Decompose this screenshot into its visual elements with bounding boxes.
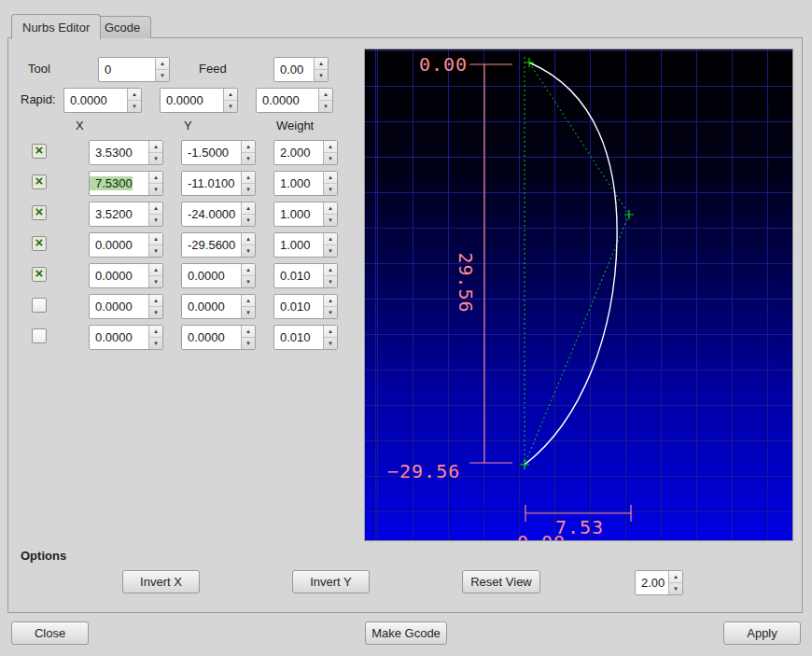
point-x-spinbox[interactable]: 3.5300▴▾	[89, 140, 163, 165]
scale-spinbox[interactable]: 2.00▴▾	[635, 570, 683, 595]
spin-steppers[interactable]: ▴▾	[323, 202, 337, 226]
spin-steppers[interactable]: ▴▾	[668, 571, 682, 594]
spin-steppers[interactable]: ▴▾	[155, 58, 169, 81]
spin-steppers[interactable]: ▴▾	[323, 233, 337, 257]
point-weight-spinbox[interactable]: 2.000▴▾	[273, 140, 338, 165]
spin-steppers[interactable]: ▴▾	[314, 58, 328, 81]
rapid-x-spinbox[interactable]: 0.0000▴▾	[63, 88, 142, 113]
point-y-spinbox[interactable]: -24.0000▴▾	[181, 202, 256, 227]
spin-steppers[interactable]: ▴▾	[323, 295, 337, 318]
invert-x-button[interactable]: Invert X	[122, 570, 200, 593]
spin-down-icon[interactable]: ▾	[242, 276, 255, 287]
point-weight-spinbox[interactable]: 1.000▴▾	[273, 232, 338, 258]
make-gcode-button[interactable]: Make Gcode	[365, 621, 447, 645]
spin-down-icon[interactable]: ▾	[149, 215, 162, 226]
spin-down-icon[interactable]: ▾	[669, 583, 682, 594]
spin-up-icon[interactable]: ▴	[242, 141, 255, 153]
spin-up-icon[interactable]: ▴	[242, 202, 255, 215]
tool-spinbox[interactable]: 0▴▾	[98, 57, 170, 82]
spin-steppers[interactable]: ▴▾	[241, 233, 255, 257]
reset-view-button[interactable]: Reset View	[462, 570, 540, 593]
spin-steppers[interactable]: ▴▾	[323, 264, 337, 287]
apply-button[interactable]: Apply	[723, 621, 801, 645]
rapid-z-spinbox[interactable]: 0.0000▴▾	[256, 88, 333, 113]
point-enable-checkbox[interactable]	[32, 144, 47, 159]
spin-steppers[interactable]: ▴▾	[148, 141, 162, 164]
spin-up-icon[interactable]: ▴	[149, 141, 162, 153]
spin-steppers[interactable]: ▴▾	[241, 264, 255, 287]
spin-down-icon[interactable]: ▾	[324, 276, 337, 287]
spin-down-icon[interactable]: ▾	[324, 245, 337, 257]
spin-down-icon[interactable]: ▾	[242, 153, 255, 164]
point-y-spinbox[interactable]: 0.0000▴▾	[181, 294, 256, 319]
spin-down-icon[interactable]: ▾	[242, 338, 255, 349]
spin-up-icon[interactable]: ▴	[242, 264, 255, 276]
point-x-spinbox[interactable]: 7.5300▴▾	[89, 171, 163, 196]
spin-steppers[interactable]: ▴▾	[148, 233, 162, 257]
point-weight-spinbox[interactable]: 0.010▴▾	[273, 263, 338, 288]
spin-steppers[interactable]: ▴▾	[323, 141, 337, 164]
spin-up-icon[interactable]: ▴	[324, 264, 337, 276]
spin-up-icon[interactable]: ▴	[319, 89, 332, 101]
point-x-spinbox[interactable]: 0.0000▴▾	[89, 325, 163, 350]
spin-up-icon[interactable]: ▴	[242, 233, 255, 245]
spin-down-icon[interactable]: ▾	[128, 101, 141, 112]
spin-up-icon[interactable]: ▴	[149, 233, 162, 245]
spin-down-icon[interactable]: ▾	[149, 245, 162, 257]
point-enable-checkbox[interactable]	[32, 236, 47, 251]
spin-up-icon[interactable]: ▴	[242, 326, 255, 338]
spin-steppers[interactable]: ▴▾	[241, 202, 255, 226]
point-enable-checkbox[interactable]	[32, 205, 47, 220]
spin-steppers[interactable]: ▴▾	[148, 202, 162, 226]
spin-up-icon[interactable]: ▴	[324, 202, 337, 215]
spin-down-icon[interactable]: ▾	[149, 307, 162, 318]
spin-up-icon[interactable]: ▴	[324, 141, 337, 153]
tab-nurbs-editor[interactable]: Nurbs Editor	[11, 14, 101, 39]
spin-up-icon[interactable]: ▴	[324, 172, 337, 184]
point-x-spinbox[interactable]: 0.0000▴▾	[89, 263, 163, 288]
point-enable-checkbox[interactable]	[32, 174, 47, 189]
spin-up-icon[interactable]: ▴	[242, 172, 255, 184]
spin-down-icon[interactable]: ▾	[156, 70, 169, 81]
spin-down-icon[interactable]: ▾	[315, 70, 328, 81]
spin-up-icon[interactable]: ▴	[324, 233, 337, 245]
spin-steppers[interactable]: ▴▾	[148, 326, 162, 349]
point-x-spinbox[interactable]: 3.5200▴▾	[89, 202, 163, 227]
point-y-spinbox[interactable]: -1.5000▴▾	[181, 140, 256, 165]
point-enable-checkbox[interactable]	[32, 267, 47, 282]
spin-down-icon[interactable]: ▾	[319, 101, 332, 112]
rapid-y-spinbox[interactable]: 0.0000▴▾	[160, 88, 238, 113]
spin-up-icon[interactable]: ▴	[156, 58, 169, 70]
feed-spinbox[interactable]: 0.00▴▾	[273, 57, 329, 82]
invert-y-button[interactable]: Invert Y	[292, 570, 370, 593]
spin-up-icon[interactable]: ▴	[149, 326, 162, 338]
spin-steppers[interactable]: ▴▾	[318, 89, 332, 112]
spin-steppers[interactable]: ▴▾	[223, 89, 237, 112]
spin-steppers[interactable]: ▴▾	[241, 295, 255, 318]
spin-down-icon[interactable]: ▾	[149, 153, 162, 164]
spin-down-icon[interactable]: ▾	[324, 215, 337, 226]
spin-up-icon[interactable]: ▴	[149, 172, 162, 184]
spin-up-icon[interactable]: ▴	[669, 571, 682, 583]
spin-down-icon[interactable]: ▾	[242, 215, 255, 226]
spin-down-icon[interactable]: ▾	[324, 153, 337, 164]
spin-down-icon[interactable]: ▾	[149, 338, 162, 349]
tab-gcode[interactable]: Gcode	[93, 16, 151, 38]
spin-up-icon[interactable]: ▴	[149, 202, 162, 215]
spin-down-icon[interactable]: ▾	[242, 184, 255, 195]
point-y-spinbox[interactable]: 0.0000▴▾	[181, 325, 256, 350]
spin-up-icon[interactable]: ▴	[324, 326, 337, 338]
point-x-spinbox[interactable]: 0.0000▴▾	[89, 294, 163, 319]
point-enable-checkbox[interactable]	[32, 298, 47, 313]
spin-steppers[interactable]: ▴▾	[241, 172, 255, 195]
spin-up-icon[interactable]: ▴	[149, 264, 162, 276]
close-button[interactable]: Close	[11, 621, 89, 645]
spin-steppers[interactable]: ▴▾	[323, 326, 337, 349]
preview-plot[interactable]: 0.00 29.56 −29.56 7.53 0.00	[364, 49, 793, 541]
spin-steppers[interactable]: ▴▾	[127, 89, 141, 112]
spin-steppers[interactable]: ▴▾	[148, 172, 162, 195]
spin-down-icon[interactable]: ▾	[149, 184, 162, 195]
point-weight-spinbox[interactable]: 0.010▴▾	[273, 325, 338, 350]
spin-steppers[interactable]: ▴▾	[241, 141, 255, 164]
spin-down-icon[interactable]: ▾	[324, 338, 337, 349]
